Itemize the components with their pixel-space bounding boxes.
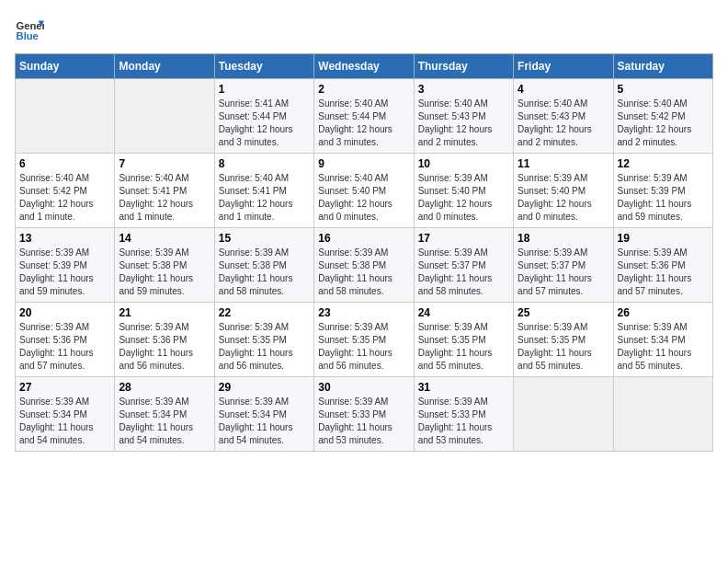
day-info-line: Sunrise: 5:39 AM xyxy=(518,172,609,185)
day-info: Sunrise: 5:39 AMSunset: 5:34 PMDaylight:… xyxy=(19,396,110,447)
day-info-line: Sunset: 5:42 PM xyxy=(618,110,709,123)
day-info-line: Sunset: 5:34 PM xyxy=(219,408,310,421)
calendar-week-4: 20Sunrise: 5:39 AMSunset: 5:36 PMDayligh… xyxy=(16,303,713,377)
day-number: 11 xyxy=(518,157,609,170)
day-info-line: and 1 minute. xyxy=(19,211,110,224)
calendar-cell: 12Sunrise: 5:39 AMSunset: 5:39 PMDayligh… xyxy=(613,154,712,228)
day-info-line: Daylight: 11 hours xyxy=(219,272,310,285)
day-number: 24 xyxy=(418,306,509,319)
calendar-cell xyxy=(115,79,214,154)
calendar-cell: 27Sunrise: 5:39 AMSunset: 5:34 PMDayligh… xyxy=(16,377,115,452)
day-info-line: Sunset: 5:44 PM xyxy=(318,110,409,123)
header-sunday: Sunday xyxy=(16,54,115,79)
calendar-cell: 17Sunrise: 5:39 AMSunset: 5:37 PMDayligh… xyxy=(414,228,513,303)
day-number: 4 xyxy=(518,83,609,96)
day-info: Sunrise: 5:40 AMSunset: 5:41 PMDaylight:… xyxy=(119,172,210,224)
day-info-line: Sunset: 5:40 PM xyxy=(518,185,609,198)
day-info-line: Sunrise: 5:41 AM xyxy=(219,98,310,110)
calendar-cell: 11Sunrise: 5:39 AMSunset: 5:40 PMDayligh… xyxy=(514,154,613,228)
day-number: 3 xyxy=(418,83,509,96)
day-info-line: Daylight: 12 hours xyxy=(219,123,310,136)
day-info-line: and 54 minutes. xyxy=(119,434,210,447)
day-info-line: Daylight: 11 hours xyxy=(518,272,609,285)
calendar-cell: 4Sunrise: 5:40 AMSunset: 5:43 PMDaylight… xyxy=(514,79,613,154)
day-info-line: Sunset: 5:43 PM xyxy=(418,110,509,123)
day-info-line: Sunrise: 5:40 AM xyxy=(418,98,509,110)
day-info-line: and 57 minutes. xyxy=(518,285,609,298)
day-info-line: Daylight: 11 hours xyxy=(418,272,509,285)
day-info-line: and 56 minutes. xyxy=(119,360,210,373)
day-info-line: Sunrise: 5:39 AM xyxy=(418,321,509,334)
calendar-cell: 14Sunrise: 5:39 AMSunset: 5:38 PMDayligh… xyxy=(115,228,214,303)
day-number: 10 xyxy=(418,157,509,170)
day-number: 30 xyxy=(318,381,409,394)
day-info-line: Sunset: 5:35 PM xyxy=(518,334,609,347)
day-info-line: and 55 minutes. xyxy=(618,360,709,373)
day-info-line: and 3 minutes. xyxy=(318,136,409,149)
day-info-line: Daylight: 11 hours xyxy=(19,421,110,434)
day-info-line: Daylight: 11 hours xyxy=(618,347,709,360)
day-info-line: and 3 minutes. xyxy=(219,136,310,149)
calendar-cell: 19Sunrise: 5:39 AMSunset: 5:36 PMDayligh… xyxy=(613,228,712,303)
day-info-line: Sunset: 5:35 PM xyxy=(219,334,310,347)
day-number: 17 xyxy=(418,232,509,245)
day-info-line: Daylight: 12 hours xyxy=(418,198,509,211)
day-info-line: Sunset: 5:39 PM xyxy=(19,259,110,272)
day-info-line: Sunset: 5:38 PM xyxy=(219,259,310,272)
day-number: 7 xyxy=(119,157,210,170)
calendar-cell: 25Sunrise: 5:39 AMSunset: 5:35 PMDayligh… xyxy=(514,303,613,377)
header-wednesday: Wednesday xyxy=(314,54,414,79)
day-number: 12 xyxy=(618,157,709,170)
calendar-cell: 30Sunrise: 5:39 AMSunset: 5:33 PMDayligh… xyxy=(314,377,414,452)
calendar-cell: 7Sunrise: 5:40 AMSunset: 5:41 PMDaylight… xyxy=(115,154,214,228)
day-info: Sunrise: 5:40 AMSunset: 5:41 PMDaylight:… xyxy=(219,172,310,224)
day-number: 31 xyxy=(418,381,509,394)
day-info-line: Sunrise: 5:39 AM xyxy=(19,247,110,259)
day-info-line: Daylight: 11 hours xyxy=(119,421,210,434)
day-number: 28 xyxy=(119,381,210,394)
day-info: Sunrise: 5:40 AMSunset: 5:44 PMDaylight:… xyxy=(318,98,409,149)
day-info-line: Sunset: 5:36 PM xyxy=(19,334,110,347)
day-number: 26 xyxy=(618,306,709,319)
day-info-line: Daylight: 12 hours xyxy=(119,198,210,211)
day-info: Sunrise: 5:39 AMSunset: 5:34 PMDaylight:… xyxy=(618,321,709,373)
day-info-line: Sunrise: 5:40 AM xyxy=(219,172,310,185)
day-info: Sunrise: 5:40 AMSunset: 5:40 PMDaylight:… xyxy=(318,172,409,224)
day-number: 29 xyxy=(219,381,310,394)
day-info-line: Daylight: 12 hours xyxy=(418,123,509,136)
day-info-line: Sunset: 5:38 PM xyxy=(119,259,210,272)
day-info-line: Sunrise: 5:39 AM xyxy=(119,396,210,408)
day-number: 18 xyxy=(518,232,609,245)
day-info-line: Daylight: 12 hours xyxy=(19,198,110,211)
day-info: Sunrise: 5:39 AMSunset: 5:33 PMDaylight:… xyxy=(318,396,409,447)
day-info-line: Sunset: 5:36 PM xyxy=(618,259,709,272)
day-info-line: Sunrise: 5:40 AM xyxy=(618,98,709,110)
day-info-line: and 2 minutes. xyxy=(518,136,609,149)
day-info-line: Sunrise: 5:39 AM xyxy=(19,396,110,408)
day-info-line: and 0 minutes. xyxy=(318,211,409,224)
calendar-cell: 28Sunrise: 5:39 AMSunset: 5:34 PMDayligh… xyxy=(115,377,214,452)
day-info-line: Sunset: 5:35 PM xyxy=(318,334,409,347)
day-number: 13 xyxy=(19,232,110,245)
day-info-line: Sunrise: 5:39 AM xyxy=(119,321,210,334)
day-info-line: and 53 minutes. xyxy=(418,434,509,447)
day-info-line: Sunset: 5:37 PM xyxy=(418,259,509,272)
day-info-line: and 2 minutes. xyxy=(418,136,509,149)
calendar-cell: 15Sunrise: 5:39 AMSunset: 5:38 PMDayligh… xyxy=(214,228,313,303)
calendar-cell: 24Sunrise: 5:39 AMSunset: 5:35 PMDayligh… xyxy=(414,303,513,377)
calendar-cell xyxy=(16,79,115,154)
day-info-line: Sunrise: 5:39 AM xyxy=(418,396,509,408)
svg-text:Blue: Blue xyxy=(17,30,39,41)
calendar-cell xyxy=(613,377,712,452)
day-number: 27 xyxy=(19,381,110,394)
day-info: Sunrise: 5:41 AMSunset: 5:44 PMDaylight:… xyxy=(219,98,310,149)
day-info-line: Sunset: 5:41 PM xyxy=(119,185,210,198)
header-saturday: Saturday xyxy=(613,54,712,79)
page-header: General Blue xyxy=(15,15,713,44)
day-info-line: Sunset: 5:37 PM xyxy=(518,259,609,272)
day-info-line: Sunset: 5:43 PM xyxy=(518,110,609,123)
logo: General Blue xyxy=(15,15,44,44)
day-info-line: Sunrise: 5:40 AM xyxy=(19,172,110,185)
day-info-line: Sunrise: 5:40 AM xyxy=(119,172,210,185)
day-info-line: Sunset: 5:34 PM xyxy=(119,408,210,421)
